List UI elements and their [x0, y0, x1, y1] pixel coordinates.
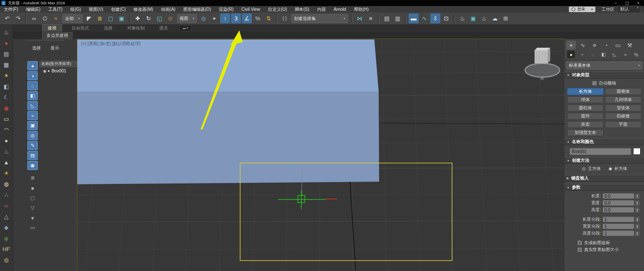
foliage-icon[interactable]: ψ	[1, 233, 12, 243]
percent-snap-icon[interactable]: %	[253, 13, 263, 23]
spinner-arrows[interactable]: ▲▼	[635, 224, 640, 229]
reference-coordinate-dropdown[interactable]: 视图▾	[177, 14, 197, 23]
rollout-parameters[interactable]: ▼ 参数	[565, 184, 644, 191]
ribbon-options-dropdown[interactable]: ▬ ▾	[179, 25, 192, 31]
primitive-button[interactable]: 圆环	[567, 113, 604, 120]
autogrid-checkbox[interactable]: ✓ 自动栅格	[565, 80, 644, 87]
rollout-object-type[interactable]: ▼ 对象类型	[565, 72, 644, 78]
cameras-category-icon[interactable]: ◧	[600, 51, 608, 58]
menu-item[interactable]: 编辑(E)	[22, 7, 44, 13]
rollout-creation-method[interactable]: ▼ 创建方法	[565, 157, 644, 164]
menu-item[interactable]: 自定义(U)	[264, 7, 291, 13]
teapot-primitive-icon[interactable]: ♨	[1, 147, 12, 157]
named-selection-sets-icon[interactable]: { }	[280, 13, 290, 23]
render-production-icon[interactable]: ♨	[479, 13, 489, 23]
spinner-snap-icon[interactable]: ⇅	[264, 13, 274, 23]
explorer-menu-item[interactable]: 选择	[32, 45, 41, 51]
panel-grip[interactable]	[26, 40, 64, 42]
modify-tab[interactable]: ∿	[578, 41, 588, 49]
space-warp-icon[interactable]: △	[1, 212, 12, 222]
workspace-dropdown[interactable]: 默认	[617, 6, 641, 13]
snap-3d-icon[interactable]: 3	[231, 13, 241, 23]
render-in-cloud-icon[interactable]: ☁	[490, 13, 500, 23]
teapot-icon[interactable]: ♨	[1, 27, 12, 37]
value-input[interactable]: 1	[603, 217, 634, 222]
value-input[interactable]: 0.0	[603, 200, 634, 206]
helpers-category-icon[interactable]: ◺	[611, 51, 618, 58]
menu-item[interactable]: 视图(V)	[85, 7, 107, 13]
menu-item[interactable]: 内容	[313, 7, 330, 13]
shell-icon[interactable]: ◍	[1, 255, 12, 265]
toggle-layer-explorer-icon[interactable]: ▥	[393, 13, 403, 23]
video-camera-icon[interactable]: ◉	[1, 103, 12, 113]
utilities-tab[interactable]: ⚒	[625, 41, 634, 49]
curve-editor-icon[interactable]: ∿	[419, 13, 429, 23]
bind-to-space-warp-icon[interactable]: ≈	[51, 13, 61, 23]
display-geometry-icon[interactable]: ●	[27, 61, 38, 70]
display-helpers-icon[interactable]: ◺	[27, 101, 38, 110]
login-button[interactable]: 登录 ▾	[569, 7, 595, 12]
display-spacewarps-icon[interactable]: ≈	[27, 111, 38, 120]
window-crossing-icon[interactable]: ▣	[117, 13, 127, 23]
systems-category-icon[interactable]: %	[632, 51, 640, 58]
rendered-frame-window-icon[interactable]: ▣	[468, 13, 478, 23]
select-and-rotate-icon[interactable]: ↻	[144, 13, 154, 23]
cone-primitive-icon[interactable]: ▲	[1, 157, 12, 167]
sphere-primitive-icon[interactable]: ●	[1, 136, 12, 146]
checkbox-icon[interactable]: ✓	[592, 81, 597, 85]
select-by-name-icon[interactable]: ≣	[95, 13, 105, 23]
menu-item[interactable]: 创建(C)	[107, 7, 130, 13]
explorer-filter-clear-icon[interactable]: ▽	[27, 203, 38, 212]
feather-hf-icon[interactable]: HF	[1, 244, 12, 254]
toggle-scene-explorer-icon[interactable]: ▤	[382, 13, 392, 23]
spinner-arrows[interactable]: ▲▼	[635, 231, 640, 236]
primitive-button[interactable]: 长方体	[567, 88, 604, 95]
primitive-button[interactable]: 四棱锥	[605, 113, 641, 120]
primitive-button[interactable]: 几何球体	[605, 96, 641, 103]
viewport-label[interactable]: [+] [透视] [标准] [默认明暗处理]	[81, 41, 141, 46]
display-containers-icon[interactable]: ▤	[27, 151, 38, 160]
menu-item[interactable]: Arnold	[330, 7, 350, 12]
render-setup-icon[interactable]: ♨	[457, 13, 467, 23]
align-icon[interactable]: ≡	[366, 13, 376, 23]
mirror-icon[interactable]: ⋈	[355, 13, 365, 23]
select-and-manipulate-icon[interactable]: ⌖	[209, 13, 219, 23]
menu-item[interactable]: 脚本(S)	[291, 7, 313, 13]
select-and-link-icon[interactable]: ∞	[29, 13, 39, 23]
ribbon-tab[interactable]: 自由形式	[66, 25, 94, 32]
polygon-modeling-tab[interactable]: 多边形建模	[42, 32, 73, 39]
camera-speaker-icon[interactable]: ◧	[1, 82, 12, 91]
explorer-note-icon[interactable]: ▢	[27, 193, 38, 202]
explorer-filter-icon[interactable]: ▼	[27, 213, 38, 222]
motion-tab[interactable]: ◔	[601, 41, 611, 49]
explorer-folder-icon[interactable]: ▭	[27, 223, 38, 232]
display-tab[interactable]: ▭	[613, 41, 623, 49]
ribbon-tab[interactable]: 填充	[154, 25, 173, 32]
select-and-scale-icon[interactable]: ◱	[155, 13, 165, 23]
primitive-button[interactable]: 圆锥体	[605, 88, 641, 95]
value-input[interactable]: 0.0	[603, 193, 634, 199]
schematic-view-icon[interactable]: ⇩	[430, 13, 440, 23]
rollout-name-color[interactable]: ▼ 名称和颜色	[565, 138, 644, 145]
primitive-button[interactable]: 球体	[567, 96, 604, 103]
ribbon-tab[interactable]: 选择	[99, 25, 118, 32]
explorer-menu-item[interactable]: 显示	[50, 45, 59, 51]
keyboard-override-icon[interactable]: ↑	[220, 13, 230, 23]
sun-icon[interactable]: ☀	[1, 168, 12, 178]
named-selection-set-combo[interactable]: 创建选择集▾	[291, 14, 348, 23]
spinner-arrows[interactable]: ▲▼	[635, 200, 640, 206]
rectangular-selection-icon[interactable]: ▢	[106, 13, 116, 23]
select-and-move-icon[interactable]: ✚	[133, 13, 143, 23]
hierarchy-tab[interactable]: ≡	[590, 41, 599, 49]
ribbon-tab[interactable]: 建模	[42, 24, 62, 32]
lights-category-icon[interactable]: ◌	[589, 51, 597, 58]
perspective-viewport[interactable]: z 南 [+] [透视] [标准] [默认明暗处理]	[77, 39, 565, 271]
value-input[interactable]: 0.0	[603, 207, 634, 212]
menu-item[interactable]: Civil View	[238, 7, 264, 12]
menu-item[interactable]: 文件(F)	[0, 7, 22, 13]
plane-primitive-icon[interactable]: ▭	[1, 114, 12, 124]
menu-item[interactable]: 修改器(M)	[130, 7, 157, 13]
rollout-keyboard-entry[interactable]: ▶ 键盘输入	[565, 175, 644, 182]
explorer-column-header[interactable]: 名称(按升序排序)	[40, 61, 77, 67]
molecule-icon[interactable]: ∞	[1, 201, 12, 211]
